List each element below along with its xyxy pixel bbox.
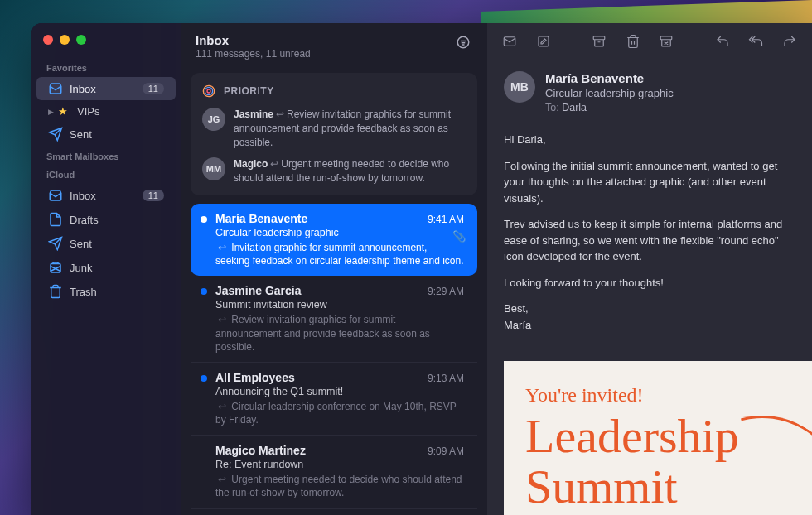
favorites-section-label: Favorites [31,58,181,76]
reply-arrow-icon: ↩︎ [218,473,226,486]
message-time: 9:41 AM [428,214,464,225]
priority-item[interactable]: MM Magico↩︎Urgent meeting needed to deci… [202,157,466,185]
reply-all-icon[interactable] [748,33,763,50]
message-list-header: Inbox 111 messages, 11 unread [181,23,487,68]
message-preview: ↩︎ Review invitation graphics for summit… [215,313,464,354]
priority-header: PRIORITY [202,84,466,98]
sidebar-item-label: VIPs [77,105,99,118]
document-icon [48,212,63,227]
message-item[interactable]: Jasmine Garcia9:29 AMSummit invitation r… [191,276,477,363]
envelope-icon[interactable] [502,33,517,50]
message-toolbar [487,23,812,60]
smart-section-label: Smart Mailboxes [31,147,181,165]
archive-icon[interactable] [592,33,607,50]
message-sender: María Benavente [215,212,307,225]
avatar: JG [202,108,225,131]
paper-plane-icon [48,127,63,142]
message-item[interactable]: Fleur Lasseur8:57 AMStrategy deck v5↩︎ M… [191,509,477,515]
message-body: Hi Darla, Following the initial summit a… [487,127,812,356]
message-sender: Magico Martinez [215,444,306,457]
icloud-section-label: iCloud [31,165,181,183]
sidebar-item-trash[interactable]: Trash [36,280,176,303]
sidebar-item-label: Drafts [70,214,99,226]
svg-rect-8 [660,36,672,40]
invite-subtitle: You're invited! [525,384,790,407]
message-preview: ↩︎ Circular leadership conference on May… [215,400,464,426]
sidebar-item-icloud-inbox[interactable]: Inbox 11 [36,184,176,207]
message-header: MB María Benavente Circular leadership g… [487,60,812,127]
unread-dot-icon [201,375,207,382]
message-list-pane: Inbox 111 messages, 11 unread PRIORITY J… [181,23,487,515]
sidebar-item-label: Junk [70,262,92,274]
avatar: MM [202,157,225,180]
message-subject: Summit invitation review [215,299,464,310]
sidebar-item-label: Inbox [70,83,96,95]
sidebar-item-sent[interactable]: Sent [36,123,176,146]
message-time: 9:09 AM [428,445,464,457]
reply-arrow-icon: ↩︎ [276,108,284,122]
paper-plane-icon [48,236,63,251]
sidebar-item-icloud-sent[interactable]: Sent [36,232,176,255]
sidebar-item-label: Sent [70,238,92,250]
unread-badge: 11 [143,83,164,94]
message-time: 9:29 AM [428,286,464,297]
reply-arrow-icon: ↩︎ [218,400,226,413]
priority-icon [202,84,215,98]
reply-arrow-icon: ↩︎ [218,313,226,326]
priority-item[interactable]: JG Jasmine↩︎Review invitation graphics f… [202,108,466,149]
forward-icon[interactable] [782,33,797,50]
message-sender: All Employees [215,371,295,384]
unread-badge: 11 [143,190,164,201]
mailbox-title: Inbox [196,33,454,47]
reply-icon[interactable] [715,33,730,50]
reply-arrow-icon: ↩︎ [270,157,278,171]
mailbox-subtitle: 111 messages, 11 unread [196,48,454,60]
mail-window: Favorites Inbox 11 ▶ ★ VIPs Sent Smart M… [31,23,812,515]
compose-icon[interactable] [535,33,550,50]
junk-icon [48,260,63,275]
message-item[interactable]: Magico Martinez9:09 AMRe: Event rundown↩… [191,436,477,508]
priority-label: PRIORITY [224,85,274,97]
message-preview: ↩︎ Urgent meeting needed to decide who s… [215,473,464,499]
close-window-button[interactable] [43,35,53,45]
message-preview: ↩︎ Invitation graphic for summit announc… [215,241,464,267]
star-icon: ★ [56,105,70,118]
svg-point-3 [205,87,212,94]
sender-name: María Benavente [545,71,674,85]
message-sender: Jasmine Garcia [215,284,302,297]
message-list-body[interactable]: 📎María Benavente9:41 AMCircular leadersh… [181,204,487,515]
filter-button[interactable] [454,33,472,51]
fullscreen-window-button[interactable] [76,35,86,45]
sender-avatar: MB [504,71,535,103]
message-subject: Announcing the Q1 summit! [215,386,464,397]
svg-point-2 [207,89,210,93]
junk-icon[interactable] [659,33,674,50]
message-recipients: To: Darla [545,102,674,113]
priority-item-text: Jasmine↩︎Review invitation graphics for … [234,108,466,149]
svg-rect-7 [594,36,606,40]
message-item[interactable]: All Employees9:13 AMAnnouncing the Q1 su… [191,363,477,436]
message-subject: Re: Event rundown [215,459,464,470]
svg-rect-6 [539,36,549,46]
minimize-window-button[interactable] [60,35,70,45]
message-time: 9:13 AM [428,373,464,384]
sidebar-item-drafts[interactable]: Drafts [36,208,176,231]
sidebar: Favorites Inbox 11 ▶ ★ VIPs Sent Smart M… [31,23,181,515]
message-subject: Circular leadership graphic [545,87,674,99]
inbox-icon [48,81,63,96]
reply-arrow-icon: ↩︎ [218,241,226,254]
sidebar-item-label: Trash [70,286,97,298]
attachment-preview[interactable]: You're invited! LeadershipSummit [504,361,812,515]
sidebar-item-label: Sent [70,128,92,141]
sidebar-item-junk[interactable]: Junk [36,256,176,279]
svg-rect-5 [504,37,515,46]
unread-dot-icon [201,288,207,295]
message-item[interactable]: 📎María Benavente9:41 AMCircular leadersh… [191,204,477,276]
trash-icon[interactable] [626,33,640,50]
message-subject: Circular leadership graphic [215,227,464,238]
attachment-icon: 📎 [452,230,466,243]
sidebar-item-inbox[interactable]: Inbox 11 [36,77,176,100]
trash-icon [48,284,63,299]
sidebar-item-vips[interactable]: ▶ ★ VIPs [36,101,176,122]
unread-dot-icon [201,216,207,223]
